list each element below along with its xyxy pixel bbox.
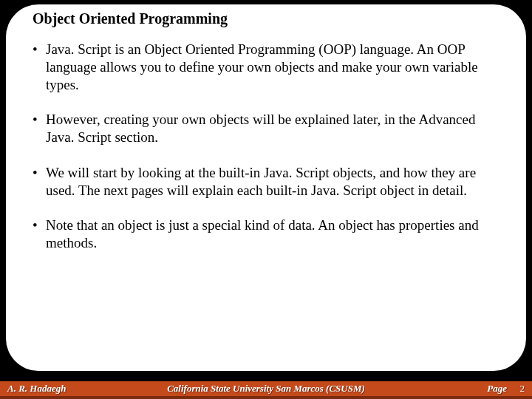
bullet-item: Note that an object is just a special ki… (31, 216, 505, 252)
footer-page-label: Page (487, 383, 507, 395)
footer-page-number: 2 (520, 383, 525, 395)
bullet-item: Java. Script is an Object Oriented Progr… (31, 41, 505, 93)
slide-footer: A. R. Hadaegh California State Universit… (0, 377, 532, 399)
slide-title: Object Oriented Programming (31, 10, 505, 27)
bullet-item: However, creating your own objects will … (31, 111, 505, 146)
bullet-list: Java. Script is an Object Oriented Progr… (31, 41, 505, 252)
bullet-item: We will start by looking at the built-in… (31, 164, 505, 200)
footer-institution: California State University San Marcos (… (0, 383, 532, 395)
slide-card: Object Oriented Programming Java. Script… (6, 4, 526, 371)
footer-bar: A. R. Hadaegh California State Universit… (0, 381, 532, 399)
